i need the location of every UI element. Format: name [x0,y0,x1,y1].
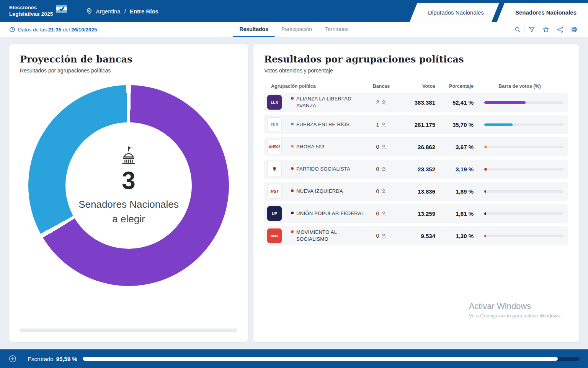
logo-flag-icon [56,5,67,13]
party-vote-bar-fill [484,168,487,171]
party-vote-bar-fill [484,212,486,215]
tab-diputados-nacionales[interactable]: Diputados Nacionales [413,0,495,22]
party-votes: 23.352 [395,166,435,172]
tab-senadores-nacionales[interactable]: Senadores Nacionales [501,0,588,22]
party-vote-bar-fill [484,101,526,104]
column-barra: Barra de votos (%) [474,84,566,89]
seat-projection-subtitle: Resultados por agrupaciones políticas [20,67,237,74]
print-icon[interactable] [567,26,581,33]
party-percent: 1,30 % [435,233,474,239]
person-icon [381,233,386,238]
subheader: Datos de las 21:35 del 26/10/2025 Result… [0,22,588,37]
party-percent: 3,67 % [435,144,474,150]
column-votos: Votos [395,84,435,89]
party-name: PARTIDO SOCIALISTA [296,166,350,172]
person-icon [381,189,386,194]
results-card: Resultados por agrupaciones políticas Vo… [253,44,579,342]
seat-projection-title: Proyección de bancas [20,54,237,65]
person-icon [381,211,386,216]
party-logo: MST [267,184,282,199]
party-row[interactable]: UP UNIÓN POPULAR FEDERAL 0 13.259 1,81 % [264,204,568,223]
scrutiny-value: 95,59 % [56,356,77,362]
column-agrupacion: Agrupación política [266,84,368,89]
clock-icon [9,26,15,33]
scrutiny-progress-fill [83,357,558,361]
party-vote-bar [474,212,566,215]
party-seats: 0 [376,188,379,194]
party-name: UNIÓN POPULAR FEDERAL [296,210,364,217]
legend-track [20,329,237,332]
breadcrumb-region[interactable]: Entre Ríos [130,8,158,15]
party-row[interactable]: AH503 AHORA 503 0 26.862 3,67 % [264,137,568,156]
scrutiny-footer: Escrutado 95,59 % [0,349,588,368]
column-porcentaje: Porcentaje [435,84,474,89]
results-table-header: Agrupación política Bancas Votos Porcent… [264,84,568,93]
party-name: ALIANZA LA LIBERTAD AVANZA [296,95,368,109]
party-row[interactable]: FER FUERZA ENTRE RÍOS 1 261.175 35,70 % [264,115,568,134]
tab-resultados[interactable]: Resultados [233,23,274,37]
results-subtitle: Votos obtenidos y porcentaje [264,67,568,74]
column-bancas: Bancas [368,84,395,89]
app-logo-text: Elecciones Legislativas 2025 [9,5,53,18]
party-color-dot [291,97,294,100]
party-vote-bar-fill [484,146,487,148]
person-icon [381,122,386,127]
donut-chart-area: 3 Senadores Nacionales a elegir [20,74,237,329]
party-vote-bar [474,101,566,104]
main-content: Proyección de bancas Resultados por agru… [0,37,588,349]
party-seats: 2 [376,99,379,105]
person-icon [381,144,386,150]
breadcrumb-separator: / [124,8,127,15]
party-logo: FER [267,117,282,132]
seats-donut-chart: 3 Senadores Nacionales a elegir [28,85,229,286]
star-icon[interactable] [539,26,553,33]
party-row[interactable]: 🌹 PARTIDO SOCIALISTA 0 23.352 3,19 % [264,159,568,179]
scrutiny-label: Escrutado [28,356,54,362]
plus-circle-icon[interactable] [8,355,17,363]
party-logo: LLA [267,95,282,110]
view-tabs: Resultados Participación Territorios [233,23,355,37]
party-name: MOVIMIENTO AL SOCIALISMO [296,229,368,243]
breadcrumb[interactable]: Argentina / Entre Ríos [86,8,158,15]
seats-total: 3 [122,168,136,194]
party-seats: 1 [376,122,379,128]
party-logo: AH503 [267,140,282,154]
party-color-dot [291,230,294,233]
seat-projection-card: Proyección de bancas Resultados por agru… [9,44,248,342]
tab-participacion[interactable]: Participación [275,23,318,37]
party-row[interactable]: MST NUEVA IZQUIERDA 0 13.836 1,89 % [264,182,568,201]
party-name: NUEVA IZQUIERDA [296,188,343,195]
seats-label: Senadores Nacionales a elegir [78,197,179,226]
party-color-dot [291,167,294,170]
party-percent: 3,19 % [435,166,474,172]
location-pin-icon [86,8,93,15]
tab-territorios[interactable]: Territorios [318,23,355,37]
national-tabs: Diputados Nacionales Senadores Nacionale… [408,0,588,22]
data-timestamp: Datos de las 21:35 del 26/10/2025 [9,26,97,33]
person-icon [381,166,386,172]
filter-icon[interactable] [525,26,539,33]
share-icon[interactable] [553,26,567,33]
party-percent: 35,70 % [435,122,474,128]
party-color-dot [291,123,294,125]
top-header: Elecciones Legislativas 2025 Argentina /… [0,0,588,22]
party-row[interactable]: mas MOVIMIENTO AL SOCIALISMO 0 9.534 1,3… [264,226,568,245]
party-vote-bar-fill [484,123,513,126]
party-vote-bar [474,168,566,171]
breadcrumb-country[interactable]: Argentina [96,8,120,15]
party-votes: 26.862 [395,144,435,150]
party-vote-bar [474,190,566,193]
search-icon[interactable] [511,26,524,33]
party-seats: 0 [376,233,379,239]
scrutiny-progress-track [83,357,580,361]
party-logo: mas [267,228,282,243]
party-votes: 261.175 [395,122,435,128]
windows-watermark: Activar Windows Ve a Configuración para … [469,301,561,319]
party-row[interactable]: LLA ALIANZA LA LIBERTAD AVANZA 2 383.381… [264,93,568,112]
app-logo: Elecciones Legislativas 2025 [0,5,77,18]
party-percent: 52,41 % [435,99,474,106]
party-vote-bar-fill [484,235,486,237]
party-votes: 383.381 [395,99,435,106]
party-percent: 1,89 % [435,188,474,195]
party-percent: 1,81 % [435,210,474,217]
